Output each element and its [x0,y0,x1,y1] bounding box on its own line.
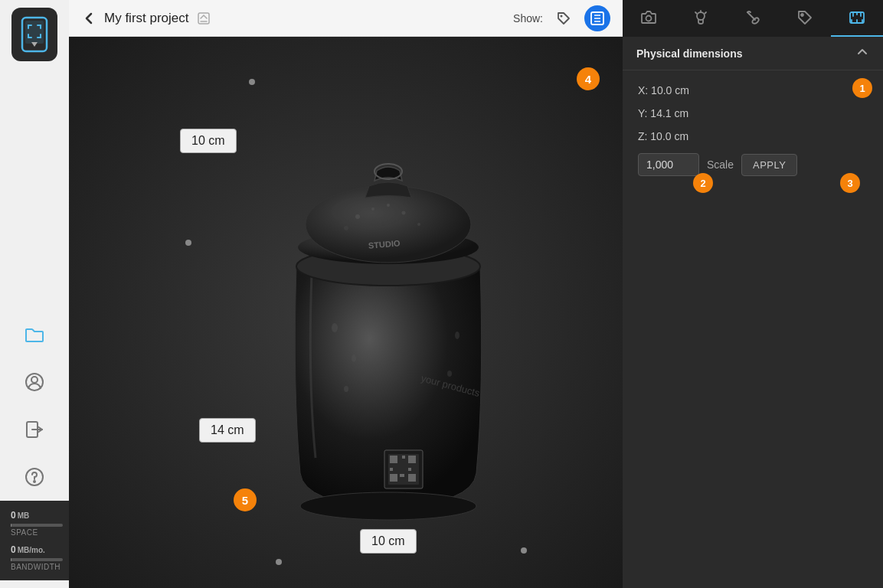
svg-point-45 [697,12,705,20]
dim-z-label: Z: 10.0 cm [638,130,699,142]
scale-row: Scale APPLY 2 3 [638,153,868,176]
sidebar-help-btn[interactable] [15,458,54,496]
svg-point-25 [344,226,348,230]
scale-label: Scale [707,158,734,171]
dim-y-row: Y: 14.1 cm [638,107,868,119]
bandwidth-bar-track [11,558,63,561]
project-title: My first project [104,11,189,26]
dim-x-label: X: 10.0 cm [638,84,699,96]
svg-rect-41 [400,474,404,477]
badge-1: 1 [852,78,872,98]
right-panel: Physical dimensions X: 10.0 cm 1 Y: 14.1… [623,0,883,588]
dimensions-icon-btn[interactable] [584,5,610,31]
panel-toolbar [623,0,883,37]
svg-point-20 [355,214,360,219]
apply-button[interactable]: APPLY [741,154,797,176]
sidebar-folder-btn[interactable] [15,315,54,354]
dimensions-body: X: 10.0 cm 1 Y: 14.1 cm Z: 10.0 cm Scale… [623,70,883,190]
section-title: Physical dimensions [636,47,743,60]
guide-dot-1 [249,79,255,85]
svg-point-29 [352,354,356,362]
svg-point-24 [387,204,390,207]
svg-point-4 [31,377,38,383]
svg-rect-39 [408,468,411,471]
bandwidth-value: 0MB/mo. [11,544,58,555]
storage-info: 0MB SPACE 0MB/mo. BANDWIDTH [0,501,69,580]
dim-label-top: 10 cm [180,129,237,153]
svg-point-31 [455,332,459,339]
svg-point-49 [801,14,803,16]
svg-point-30 [344,386,348,392]
back-button[interactable] [81,11,96,26]
dim-x-row: X: 10.0 cm 1 [638,84,868,96]
app-logo [11,8,57,61]
cup-container: STUDIO your products [191,79,584,546]
svg-marker-2 [31,42,38,47]
space-bar-fill [11,524,11,527]
sidebar-profile-btn[interactable] [15,363,54,401]
panel-tag-btn[interactable] [779,0,831,37]
bandwidth-bar-fill [11,558,11,561]
panel-camera-btn[interactable] [623,0,675,37]
top-bar-right-icons [551,5,610,31]
space-bar-track [11,524,63,527]
svg-rect-42 [408,474,416,482]
badge-3: 3 [840,173,860,193]
svg-point-44 [646,16,652,21]
section-collapse-btn[interactable] [855,45,869,62]
badge-5: 5 [234,488,257,511]
svg-rect-1 [25,21,44,44]
svg-line-48 [705,12,707,14]
svg-line-47 [695,12,697,14]
dim-y-label: Y: 14.1 cm [638,107,699,119]
sidebar-export-btn[interactable] [15,410,54,449]
badge-4: 4 [577,67,600,90]
svg-rect-40 [390,474,397,482]
viewport[interactable]: 10 cm 14 cm 10 cm 4 5 [69,37,623,588]
section-header: Physical dimensions [623,37,883,70]
svg-point-10 [561,15,563,17]
svg-point-28 [332,323,338,332]
svg-point-22 [401,211,405,215]
svg-rect-36 [402,456,405,459]
dim-label-bottom: 10 cm [360,529,417,554]
space-label: SPACE [11,528,58,537]
svg-point-8 [34,481,35,482]
bandwidth-label: BANDWIDTH [11,563,58,571]
space-value: 0MB [11,510,58,521]
tag-icon-btn[interactable] [551,5,577,31]
panel-light-btn[interactable] [675,0,727,37]
top-bar: My first project Show: [69,0,623,37]
guide-dot-2 [185,240,191,246]
svg-point-32 [447,371,452,377]
main-content: My first project Show: [69,0,623,588]
scale-input[interactable] [638,153,699,176]
dim-label-left: 14 cm [199,418,256,443]
left-sidebar: 0MB SPACE 0MB/mo. BANDWIDTH [0,0,69,588]
panel-dimensions-btn[interactable] [831,0,883,37]
svg-rect-38 [390,468,393,471]
guide-dot-4 [521,547,527,554]
edit-title-button[interactable] [197,11,211,25]
badge-2: 2 [693,173,713,193]
cup-svg: STUDIO your products [235,98,541,527]
panel-material-btn[interactable] [727,0,779,37]
svg-rect-37 [408,456,416,463]
guide-dot-3 [276,559,282,565]
svg-point-23 [417,223,420,226]
show-label: Show: [513,12,543,24]
svg-point-43 [300,492,476,520]
svg-rect-35 [390,456,397,463]
svg-point-21 [371,207,374,211]
svg-point-18 [331,196,407,227]
dim-z-row: Z: 10.0 cm [638,130,868,142]
